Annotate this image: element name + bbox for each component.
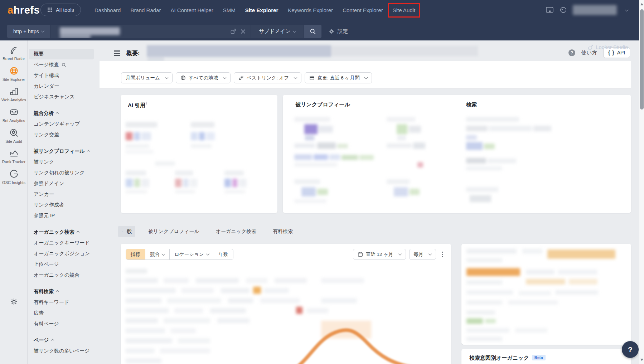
tool-sidebar: Brand Radar Site Explorer Web Analytics …	[0, 40, 28, 364]
subnav-header-backlink-profile[interactable]: 被リンクプロフィール	[29, 146, 94, 157]
subnav-organic-positions[interactable]: オーガニックポジション	[29, 248, 94, 259]
subnav-opportunities[interactable]: ビジネスチャンス	[29, 92, 94, 102]
subnav-paid-pages[interactable]: 有料ページ	[29, 319, 94, 329]
search-button[interactable]	[304, 25, 321, 38]
clear-icon[interactable]	[241, 29, 246, 34]
sidebar-item-site-explorer[interactable]: Site Explorer	[0, 66, 28, 82]
g-icon	[9, 169, 19, 179]
radar-icon	[9, 45, 19, 55]
nav-keywords-explorer[interactable]: Keywords Explorer	[288, 7, 333, 13]
all-tools-button[interactable]: All tools	[40, 4, 81, 16]
chevron-down-icon	[364, 76, 368, 79]
segment-metrics[interactable]: 指標	[126, 249, 145, 259]
tab-paid-search[interactable]: 有料検索	[269, 226, 296, 237]
tab-backlink-profile[interactable]: 被リンクプロフィール	[145, 226, 203, 237]
chevron-down-icon	[398, 252, 402, 256]
subnav-top-pages[interactable]: 上位ページ	[29, 259, 94, 270]
best-links-filter-dropdown[interactable]: ベストリンク: オフ	[234, 72, 301, 83]
account-name-blurred[interactable]	[573, 5, 617, 15]
mode-dropdown[interactable]: サブドメイン	[251, 25, 304, 38]
segment-years[interactable]: 年数	[214, 249, 233, 259]
chevron-down-icon	[206, 252, 209, 256]
main-nav: Dashboard Brand Radar AI Content Helper …	[95, 0, 415, 20]
tab-organic-search[interactable]: オーガニック検索	[212, 226, 260, 237]
subnav-header-pages[interactable]: ページ	[29, 335, 94, 346]
overview-tabs: 一般 被リンクプロフィール オーガニック検索 有料検索	[118, 225, 296, 238]
subnav-link-intersect[interactable]: リンク交差	[29, 130, 94, 140]
subnav-page-inspect[interactable]: ページ検査	[29, 59, 94, 70]
granularity-dropdown[interactable]: 毎月	[409, 249, 436, 260]
looker-studio-link[interactable]: Looker Studio	[587, 40, 628, 54]
protocol-dropdown[interactable]: http + https	[7, 25, 50, 38]
collapse-caret-icon	[56, 112, 59, 115]
sidebar-settings-gear-icon[interactable]	[0, 297, 28, 306]
globe-icon	[180, 75, 186, 81]
subnav-organic-keywords[interactable]: オーガニックキーワード	[29, 238, 94, 248]
collapse-caret-icon	[76, 231, 79, 234]
collapse-caret-icon	[56, 290, 59, 293]
subnav-link-authors[interactable]: リンク作成者	[29, 200, 94, 210]
nav-dashboard[interactable]: Dashboard	[95, 7, 121, 13]
subnav-ref-domains[interactable]: 参照ドメイン	[29, 178, 94, 189]
subnav-header-paid[interactable]: 有料検索	[29, 286, 94, 297]
scroll-up-arrow-icon[interactable]	[640, 3, 643, 5]
sidebar-item-site-audit[interactable]: Site Audit	[0, 128, 28, 144]
segment-location[interactable]: ロケーション	[170, 249, 214, 259]
nav-ai-content-helper[interactable]: AI Content Helper	[170, 7, 213, 13]
help-question-icon: ?	[568, 49, 575, 56]
target-input[interactable]	[50, 25, 225, 38]
nav-content-explorer[interactable]: Content Explorer	[343, 7, 383, 13]
subnav-site-structure[interactable]: サイト構成	[29, 70, 94, 81]
subnav-broken-backlinks[interactable]: リンク切れの被リンク	[29, 168, 94, 178]
subnav-organic-competitors[interactable]: オーガニックの競合	[29, 270, 94, 281]
subnav-ref-ips[interactable]: 参照元 IP	[29, 210, 94, 221]
intent-card-title: 検索意図別オーガニック	[469, 355, 529, 361]
nav-site-audit[interactable]: Site Audit	[393, 7, 415, 13]
more-options-kebab-icon[interactable]	[439, 252, 446, 257]
target-search-bar: http + https サブドメイン	[7, 25, 321, 38]
usage-meter-icon[interactable]	[560, 6, 567, 14]
nav-smm[interactable]: SMM	[223, 7, 236, 13]
scrollbar-thumb[interactable]	[640, 9, 644, 110]
sidebar-item-web-analytics[interactable]: Web Analytics	[0, 87, 28, 102]
region-filter-dropdown[interactable]: すべての地域	[176, 72, 231, 83]
date-range-dropdown[interactable]: 直近 12 ヶ月	[353, 249, 406, 260]
magnifier-icon	[62, 63, 66, 67]
chevron-down-icon	[294, 76, 297, 79]
subnav-paid-keywords[interactable]: 有料キーワード	[29, 297, 94, 308]
change-period-dropdown[interactable]: 変更: 直近 6 ヶ月間	[305, 72, 372, 83]
nav-brand-radar[interactable]: Brand Radar	[130, 7, 161, 13]
subnav-header-competitive[interactable]: 競合分析	[29, 108, 94, 119]
subnav-header-organic[interactable]: オーガニック検索	[29, 227, 94, 238]
ahrefs-logo[interactable]: ahrefs	[8, 4, 40, 16]
top-navigation-bar: ahrefs All tools Dashboard Brand Radar A…	[0, 0, 644, 40]
sidebar-item-rank-tracker[interactable]: Rank Tracker	[0, 149, 28, 164]
subnav-overview[interactable]: 概要	[29, 49, 94, 59]
subnav-ads[interactable]: 広告	[29, 308, 94, 319]
open-external-icon[interactable]	[230, 28, 236, 34]
chevron-down-icon	[293, 29, 296, 33]
settings-button[interactable]: 設定	[329, 25, 348, 38]
chevron-down-icon[interactable]	[625, 8, 629, 11]
gear-icon	[329, 28, 335, 34]
sidebar-item-bot-analytics[interactable]: Bot Analytics	[0, 107, 28, 123]
collapse-caret-icon	[51, 339, 54, 342]
sidebar-item-brand-radar[interactable]: Brand Radar	[0, 45, 28, 61]
subnav-backlinks[interactable]: 被リンク	[29, 157, 94, 168]
calendar-icon	[358, 252, 363, 257]
panel-icon[interactable]	[546, 7, 553, 13]
sidebar-item-gsc-insights[interactable]: GSC Insights	[0, 169, 28, 185]
segment-competitors[interactable]: 競合	[145, 249, 170, 259]
volume-filter-dropdown[interactable]: 月間ボリューム	[121, 72, 173, 83]
subnav-anchors[interactable]: アンカー	[29, 189, 94, 200]
hamburger-menu-icon[interactable]	[114, 50, 120, 56]
nav-site-explorer[interactable]: Site Explorer	[245, 7, 279, 13]
beta-badge: Beta	[532, 355, 546, 360]
subnav-calendar[interactable]: カレンダー	[29, 81, 94, 92]
help-fab-button[interactable]: ?	[622, 341, 639, 358]
scroll-down-arrow-icon[interactable]	[640, 359, 643, 361]
page-scrollbar[interactable]	[639, 0, 644, 364]
subnav-content-gap[interactable]: コンテンツギャップ	[29, 119, 94, 130]
tab-general[interactable]: 一般	[118, 226, 135, 237]
subnav-most-linked-pages[interactable]: 被リンク数の多いページ	[29, 346, 94, 356]
